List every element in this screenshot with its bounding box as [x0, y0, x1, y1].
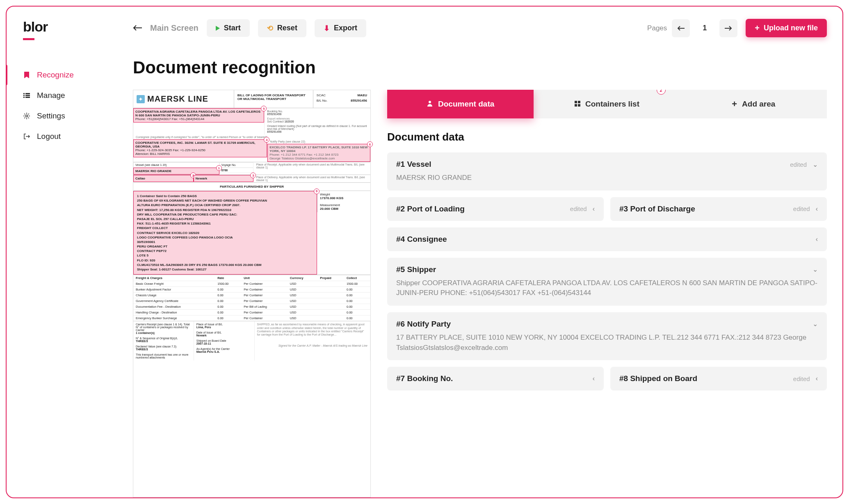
field-status: edited — [790, 161, 807, 168]
chevron-left-icon[interactable]: ‹ — [593, 205, 595, 213]
field-title: #3 Port of Discharge — [619, 204, 695, 213]
shipper-highlight[interactable]: 5 COOPERATIVA AGRARIA CAFETALERA PANGOA … — [133, 108, 264, 123]
field-notify-party[interactable]: #6 Notify Party ⌄ 17 BATTERY PLACE, SUIT… — [387, 312, 827, 360]
prev-page-button[interactable] — [672, 19, 690, 37]
svg-rect-2 — [23, 97, 25, 98]
foot-seq-label: N° & Sequence of Original B(s)/L — [136, 337, 191, 340]
booking-value: 855291456 — [267, 113, 281, 116]
pod-note: Place of Delivery. Applicable only when … — [253, 175, 370, 182]
plus-icon: + — [755, 23, 760, 33]
booking-label: Booking No. — [267, 110, 368, 113]
nav-manage[interactable]: Manage — [23, 85, 113, 106]
foot-signature: Signed for the Carrier A.P. Møller - Mae… — [257, 344, 368, 347]
tab-label: Containers list — [585, 100, 639, 109]
onward-value: 855291456 — [267, 130, 281, 133]
consignee-attn: Atencion: BILL HARRIS — [135, 152, 170, 156]
field-port-of-discharge[interactable]: #3 Port of Discharge edited ‹ — [610, 197, 827, 221]
sidebar: blor Recognize Manage Settings Logout — [7, 7, 113, 497]
field-shipper[interactable]: #5 Shipper ⌄ Shipper COOPERATIVA AGRARIA… — [387, 258, 827, 306]
svg-point-7 — [429, 101, 431, 103]
field-consignee[interactable]: #4 Consignee ‹ — [387, 227, 827, 251]
tab-containers-list[interactable]: Containers list 2 — [534, 90, 680, 118]
field-title: #8 Shipped on Board — [619, 374, 697, 383]
arrow-right-icon — [725, 26, 732, 31]
play-icon — [216, 26, 220, 31]
foot-sob: 2007-10-11 — [196, 342, 211, 345]
weight-measure-cols: Weight17370.000 KGS Measurement20.000 CB… — [317, 191, 370, 275]
preview-cargo-body: 9 1 Container Said to Contain 250 BAGS25… — [133, 191, 370, 275]
next-page-button[interactable] — [719, 19, 737, 37]
tab-add-area[interactable]: + Add area — [680, 90, 827, 118]
document-preview[interactable]: ✦ MAERSK LINE BILL OF LADING FOR OCEAN T… — [133, 90, 371, 497]
field-vessel[interactable]: #1 Vessel edited ⌄ MAERSK RIO GRANDE — [387, 152, 827, 191]
pol-highlight[interactable]: 2Callao — [133, 175, 194, 182]
bol-heading: BILL OF LADING FOR OCEAN TRANSPORT OR MU… — [234, 90, 313, 108]
svg-point-6 — [26, 115, 28, 117]
field-port-of-loading[interactable]: #2 Port of Loading edited ‹ — [387, 197, 604, 221]
logout-icon — [23, 133, 30, 140]
chevron-down-icon[interactable]: ⌄ — [812, 161, 818, 168]
field-value: 17 BATTERY PLACE, SUITE 1010 NEW YORK, N… — [396, 333, 818, 353]
button-label: Reset — [277, 24, 297, 32]
notify-text: EXCELCO TRADING LP. 17 BATTERY PLACE, SU… — [269, 145, 367, 153]
foot-date-label: Date of Issue of B/L — [196, 331, 252, 334]
topbar: Main Screen Start ⟲ Reset ⬇ Export Pages… — [133, 19, 827, 37]
foot-col-legal: SHIPPED, as far as ascertained by reason… — [255, 321, 371, 361]
tab-document-data[interactable]: Document data — [387, 90, 534, 118]
scac-label: SCAC — [317, 93, 326, 97]
chevron-down-icon[interactable]: ⌄ — [812, 320, 818, 328]
nav-recognize[interactable]: Recognize — [23, 65, 113, 85]
svg-rect-5 — [25, 97, 30, 98]
consignee-highlight[interactable]: 4 COOPERATIVE COFFEES, INC. 302W. LAMAR … — [133, 139, 267, 157]
field-title: #6 Notify Party — [396, 320, 451, 329]
svg-rect-3 — [25, 93, 30, 94]
svc-value: 182020 — [284, 120, 294, 123]
field-status: edited — [570, 205, 587, 212]
plus-icon: + — [732, 99, 737, 109]
foot-legal: SHIPPED, as far as ascertained by reason… — [257, 323, 368, 337]
main-column: Main Screen Start ⟲ Reset ⬇ Export Pages… — [113, 7, 842, 497]
svg-rect-0 — [23, 93, 25, 94]
preview-header: ✦ MAERSK LINE BILL OF LADING FOR OCEAN T… — [133, 90, 370, 108]
chevron-left-icon[interactable]: ‹ — [816, 236, 818, 243]
chevron-left-icon[interactable]: ‹ — [593, 375, 595, 382]
start-button[interactable]: Start — [207, 19, 250, 37]
notify-highlight[interactable]: 6 EXCELCO TRADING LP. 17 BATTERY PLACE, … — [267, 144, 370, 162]
header-codes: SCACMAEU B/L No.855291456 — [313, 90, 370, 108]
content-row: ✦ MAERSK LINE BILL OF LADING FOR OCEAN T… — [133, 90, 827, 497]
weight-value: 17370.000 KGS — [320, 196, 343, 200]
field-value: MAERSK RIO GRANDE — [396, 173, 818, 183]
fields-list: #1 Vessel edited ⌄ MAERSK RIO GRANDE #2 … — [387, 152, 827, 390]
foot-agent-label: As Agent(s) for the Carrier — [196, 347, 252, 350]
reset-button[interactable]: ⟲ Reset — [258, 19, 306, 37]
vessel-highlight[interactable]: 1MAERSK RIO GRANDE — [133, 168, 219, 175]
foot-place-label: Place of Issue of B/L — [196, 323, 252, 326]
chevron-left-icon[interactable]: ‹ — [816, 205, 818, 213]
cargo-highlight[interactable]: 9 1 Container Said to Contain 250 BAGS25… — [133, 191, 317, 275]
tab-label: Document data — [438, 100, 494, 109]
field-status: edited — [793, 205, 810, 212]
logo-underline — [23, 38, 34, 40]
foot-col-1: Carriers Receipt (see clause 1 & 14). To… — [133, 321, 194, 361]
consignee-text: COOPERATIVE COFFEES, INC. 302W. LAMAR ST… — [135, 141, 256, 148]
upload-button[interactable]: + Upload new file — [746, 19, 827, 37]
field-title: #4 Consignee — [396, 235, 447, 244]
app-frame: blor Recognize Manage Settings Logout — [6, 6, 843, 498]
field-booking-no[interactable]: #7 Booking No. ‹ — [387, 367, 604, 390]
export-button[interactable]: ⬇ Export — [315, 19, 366, 37]
chevron-left-icon[interactable]: ‹ — [816, 375, 818, 382]
back-to-main[interactable]: Main Screen — [133, 23, 199, 33]
scac-value: MAEU — [357, 93, 367, 97]
nav-logout[interactable]: Logout — [23, 126, 113, 147]
foot-agent: Maersk Peru S.A. — [196, 350, 220, 353]
nav-settings[interactable]: Settings — [23, 106, 113, 126]
field-value: Shipper COOPERATIVA AGRARIA CAFETALERA P… — [396, 278, 818, 298]
preview-shipper-row: 5 COOPERATIVA AGRARIA CAFETALERA PANGOA … — [133, 108, 370, 135]
booking-column: Booking No. 855291456 Export references … — [264, 108, 370, 135]
pod-highlight[interactable]: 3Newark — [194, 175, 254, 182]
carrier-name: MAERSK LINE — [147, 94, 208, 104]
field-title: #1 Vessel — [396, 160, 431, 169]
field-shipped-on-board[interactable]: #8 Shipped on Board edited ‹ — [610, 367, 827, 390]
chevron-down-icon[interactable]: ⌄ — [812, 266, 818, 273]
button-label: Export — [334, 24, 357, 32]
